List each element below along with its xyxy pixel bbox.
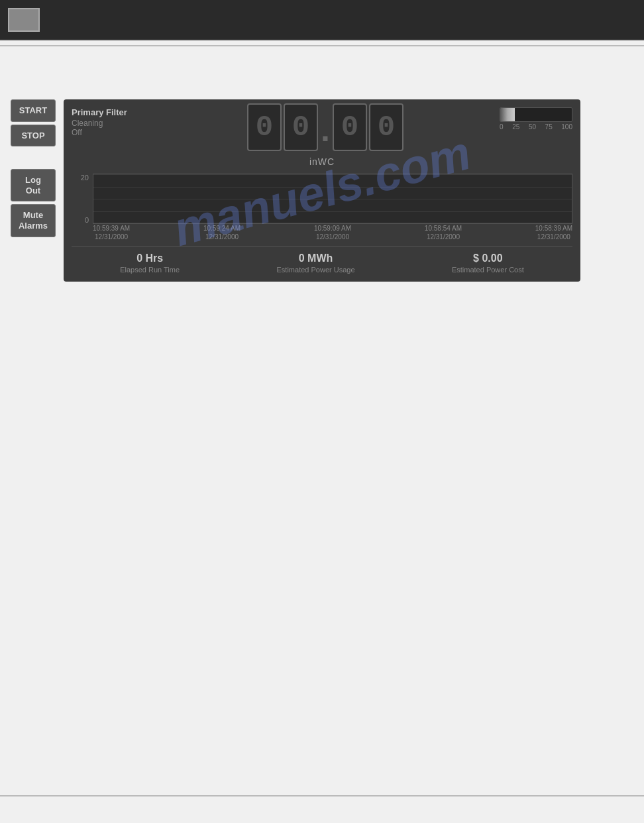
chart-x-date-4: 12/31/2000	[535, 233, 572, 241]
chart-x-date-0: 12/31/2000	[93, 233, 130, 241]
main-area: START STOP LogOut MuteAlarms manuels.com…	[0, 46, 644, 295]
chart-y-label-bottom: 0	[85, 216, 89, 224]
chart-area: 20 0 10:59:39 AM 12/31/2000	[72, 174, 572, 240]
grid-line-top	[93, 174, 572, 175]
stop-button[interactable]: STOP	[11, 125, 56, 147]
stat-power-usage-value: 0 MWh	[299, 252, 333, 264]
stat-power-cost-label: Estimated Power Cost	[452, 266, 524, 274]
gauge-label-0: 0	[500, 123, 504, 131]
chart-y-label-top: 20	[81, 174, 89, 182]
chart-x-date-1: 12/31/2000	[203, 233, 241, 241]
digit-3: 0	[369, 103, 403, 151]
chart-x-axis: 10:59:39 AM 12/31/2000 10:59:24 AM 12/31…	[93, 224, 572, 240]
filter-title: Primary Filter	[72, 107, 151, 117]
digit-group-right: 0 0	[333, 103, 403, 151]
chart-x-label-0: 10:59:39 AM 12/31/2000	[93, 224, 130, 240]
chart-x-time-4: 10:58:39 AM	[535, 224, 572, 233]
sidebar: START STOP LogOut MuteAlarms	[11, 99, 56, 237]
filter-label-area: Primary Filter Cleaning Off	[72, 107, 151, 137]
panel-wrapper: START STOP LogOut MuteAlarms manuels.com…	[64, 99, 580, 282]
chart-x-date-3: 12/31/2000	[425, 233, 462, 241]
stat-power-cost: $ 0.00 Estimated Power Cost	[452, 252, 524, 274]
grid-line-3	[93, 211, 572, 212]
separator-top	[0, 40, 644, 41]
chart-x-label-2: 10:59:09 AM 12/31/2000	[314, 224, 351, 240]
chart-x-date-2: 12/31/2000	[314, 233, 351, 241]
gauge-bar-container	[500, 107, 572, 122]
gauge-label-25: 25	[512, 123, 519, 131]
chart-x-label-4: 10:58:39 AM 12/31/2000	[535, 224, 572, 240]
digit-0: 0	[247, 103, 282, 151]
gauge-tick-labels: 0 25 50 75 100	[500, 123, 572, 131]
chart-plot	[93, 174, 572, 224]
gauge-bar-fill	[500, 108, 515, 121]
stat-power-usage-label: Estimated Power Usage	[277, 266, 355, 274]
gauge-area: 0 25 50 75 100	[500, 107, 572, 131]
stat-elapsed-value: 0 Hrs	[136, 252, 163, 264]
filter-subtitle: Cleaning	[72, 119, 151, 128]
grid-line-1	[93, 187, 572, 188]
grid-line-2	[93, 199, 572, 199]
chart-x-time-0: 10:59:39 AM	[93, 224, 130, 233]
logo-box	[8, 8, 40, 32]
chart-x-label-3: 10:58:54 AM 12/31/2000	[425, 224, 462, 240]
gauge-label-100: 100	[561, 123, 572, 131]
stat-elapsed-run-time: 0 Hrs Elapsed Run Time	[120, 252, 180, 274]
mute-alarms-button[interactable]: MuteAlarms	[11, 204, 56, 237]
start-button[interactable]: START	[11, 99, 56, 122]
stat-elapsed-label: Elapsed Run Time	[120, 266, 180, 274]
chart-y-axis: 20 0	[72, 174, 91, 224]
stat-power-usage: 0 MWh Estimated Power Usage	[277, 252, 355, 274]
filter-status: Off	[72, 128, 151, 137]
decimal-separator: .	[321, 106, 330, 154]
panel-top-row: Primary Filter Cleaning Off 0 0 . 0 0	[72, 107, 572, 154]
dark-panel: manuels.com Primary Filter Cleaning Off …	[64, 99, 580, 282]
footer-separator	[0, 795, 644, 796]
digit-2: 0	[333, 103, 367, 151]
header-bar	[0, 0, 644, 40]
digit-display: 0 0 . 0 0	[159, 101, 492, 154]
digit-group-left: 0 0	[247, 103, 318, 151]
chart-x-time-1: 10:59:24 AM	[203, 224, 241, 233]
chart-x-label-1: 10:59:24 AM 12/31/2000	[203, 224, 241, 240]
gauge-label-75: 75	[545, 123, 553, 131]
stats-row: 0 Hrs Elapsed Run Time 0 MWh Estimated P…	[72, 247, 572, 274]
stat-power-cost-value: $ 0.00	[473, 252, 502, 264]
inwc-label: inWC	[72, 156, 572, 167]
gauge-label-50: 50	[529, 123, 536, 131]
digit-1: 0	[284, 103, 318, 151]
chart-x-time-3: 10:58:54 AM	[425, 224, 462, 233]
chart-x-time-2: 10:59:09 AM	[314, 224, 351, 233]
logout-button[interactable]: LogOut	[11, 169, 56, 201]
